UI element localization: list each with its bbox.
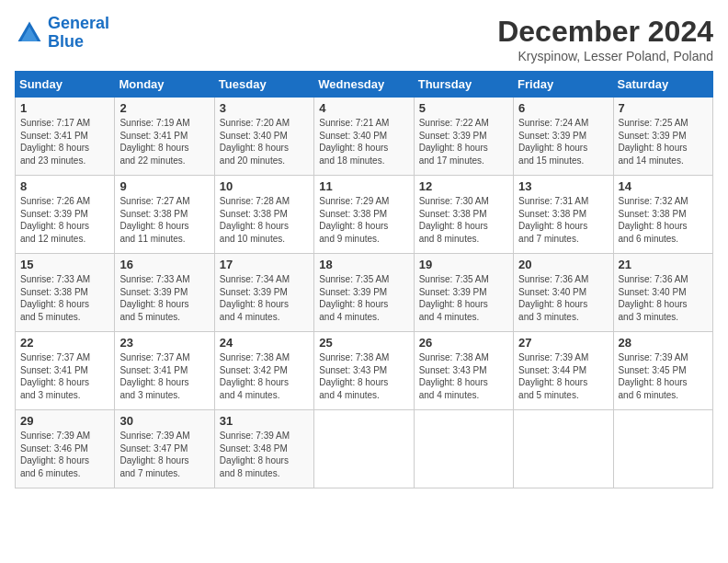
day-number: 13 xyxy=(518,179,608,193)
day-number: 29 xyxy=(20,414,109,428)
day-number: 24 xyxy=(220,336,309,350)
calendar-day-cell: 24Sunrise: 7:38 AM Sunset: 3:42 PM Dayli… xyxy=(214,332,313,410)
calendar-day-cell: 29Sunrise: 7:39 AM Sunset: 3:46 PM Dayli… xyxy=(16,410,115,488)
day-number: 5 xyxy=(419,101,508,115)
day-number: 11 xyxy=(319,179,408,193)
day-number: 6 xyxy=(518,101,608,115)
page-header: General Blue December 2024 Kryspinow, Le… xyxy=(15,15,713,63)
day-info: Sunrise: 7:39 AM Sunset: 3:44 PM Dayligh… xyxy=(518,351,608,401)
calendar-day-cell: 12Sunrise: 7:30 AM Sunset: 3:38 PM Dayli… xyxy=(414,176,513,254)
day-number: 18 xyxy=(319,258,408,271)
day-info: Sunrise: 7:26 AM Sunset: 3:39 PM Dayligh… xyxy=(20,195,109,245)
day-number: 4 xyxy=(319,101,408,115)
day-info: Sunrise: 7:32 AM Sunset: 3:38 PM Dayligh… xyxy=(619,195,708,245)
calendar-day-cell: 19Sunrise: 7:35 AM Sunset: 3:39 PM Dayli… xyxy=(414,254,513,332)
day-number: 23 xyxy=(119,336,209,350)
calendar-day-cell: 17Sunrise: 7:34 AM Sunset: 3:39 PM Dayli… xyxy=(214,254,313,332)
logo-line2: Blue xyxy=(48,32,84,51)
day-number: 7 xyxy=(619,101,708,115)
day-info: Sunrise: 7:39 AM Sunset: 3:48 PM Dayligh… xyxy=(220,430,309,479)
calendar-day-cell xyxy=(613,410,712,488)
day-info: Sunrise: 7:31 AM Sunset: 3:38 PM Dayligh… xyxy=(518,195,608,245)
day-info: Sunrise: 7:38 AM Sunset: 3:42 PM Dayligh… xyxy=(220,351,309,401)
day-number: 9 xyxy=(119,179,209,193)
day-info: Sunrise: 7:39 AM Sunset: 3:46 PM Dayligh… xyxy=(20,430,109,479)
day-info: Sunrise: 7:19 AM Sunset: 3:41 PM Dayligh… xyxy=(119,117,209,167)
day-info: Sunrise: 7:22 AM Sunset: 3:39 PM Dayligh… xyxy=(419,117,508,167)
title-block: December 2024 Kryspinow, Lesser Poland, … xyxy=(497,15,713,63)
day-info: Sunrise: 7:35 AM Sunset: 3:39 PM Dayligh… xyxy=(319,273,408,323)
day-number: 21 xyxy=(619,258,708,271)
day-info: Sunrise: 7:25 AM Sunset: 3:39 PM Dayligh… xyxy=(619,117,708,167)
calendar-day-cell: 15Sunrise: 7:33 AM Sunset: 3:38 PM Dayli… xyxy=(16,254,115,332)
logo-icon xyxy=(15,18,44,48)
calendar-day-cell: 23Sunrise: 7:37 AM Sunset: 3:41 PM Dayli… xyxy=(115,332,214,410)
calendar-day-cell: 20Sunrise: 7:36 AM Sunset: 3:40 PM Dayli… xyxy=(514,254,613,332)
day-info: Sunrise: 7:29 AM Sunset: 3:38 PM Dayligh… xyxy=(319,195,408,245)
day-number: 26 xyxy=(419,336,508,350)
day-number: 25 xyxy=(319,336,408,350)
calendar-day-cell: 27Sunrise: 7:39 AM Sunset: 3:44 PM Dayli… xyxy=(514,332,613,410)
calendar-day-cell: 28Sunrise: 7:39 AM Sunset: 3:45 PM Dayli… xyxy=(613,332,712,410)
calendar-day-cell xyxy=(414,410,513,488)
calendar-day-cell: 6Sunrise: 7:24 AM Sunset: 3:39 PM Daylig… xyxy=(514,98,613,176)
calendar-week-row: 29Sunrise: 7:39 AM Sunset: 3:46 PM Dayli… xyxy=(16,410,713,488)
weekday-header-row: SundayMondayTuesdayWednesdayThursdayFrid… xyxy=(16,72,713,98)
month-title: December 2024 xyxy=(497,15,713,49)
logo-text: General Blue xyxy=(48,15,109,52)
weekday-header: Wednesday xyxy=(314,72,414,98)
day-info: Sunrise: 7:37 AM Sunset: 3:41 PM Dayligh… xyxy=(20,351,109,401)
calendar-day-cell: 22Sunrise: 7:37 AM Sunset: 3:41 PM Dayli… xyxy=(16,332,115,410)
day-number: 16 xyxy=(119,258,209,271)
calendar-day-cell: 11Sunrise: 7:29 AM Sunset: 3:38 PM Dayli… xyxy=(314,176,414,254)
calendar-day-cell: 3Sunrise: 7:20 AM Sunset: 3:40 PM Daylig… xyxy=(214,98,313,176)
calendar-day-cell: 7Sunrise: 7:25 AM Sunset: 3:39 PM Daylig… xyxy=(613,98,712,176)
day-number: 20 xyxy=(518,258,608,271)
calendar-day-cell: 14Sunrise: 7:32 AM Sunset: 3:38 PM Dayli… xyxy=(613,176,712,254)
weekday-header: Sunday xyxy=(16,72,115,98)
day-number: 27 xyxy=(518,336,608,350)
day-info: Sunrise: 7:39 AM Sunset: 3:45 PM Dayligh… xyxy=(619,351,708,401)
day-info: Sunrise: 7:33 AM Sunset: 3:39 PM Dayligh… xyxy=(119,273,209,323)
calendar-day-cell: 18Sunrise: 7:35 AM Sunset: 3:39 PM Dayli… xyxy=(314,254,414,332)
calendar-day-cell: 10Sunrise: 7:28 AM Sunset: 3:38 PM Dayli… xyxy=(214,176,313,254)
calendar-week-row: 22Sunrise: 7:37 AM Sunset: 3:41 PM Dayli… xyxy=(16,332,713,410)
day-info: Sunrise: 7:34 AM Sunset: 3:39 PM Dayligh… xyxy=(220,273,309,323)
calendar-table: SundayMondayTuesdayWednesdayThursdayFrid… xyxy=(15,71,713,488)
calendar-week-row: 1Sunrise: 7:17 AM Sunset: 3:41 PM Daylig… xyxy=(16,98,713,176)
location: Kryspinow, Lesser Poland, Poland xyxy=(497,49,713,63)
calendar-day-cell: 1Sunrise: 7:17 AM Sunset: 3:41 PM Daylig… xyxy=(16,98,115,176)
weekday-header: Thursday xyxy=(414,72,513,98)
calendar-day-cell: 21Sunrise: 7:36 AM Sunset: 3:40 PM Dayli… xyxy=(613,254,712,332)
day-number: 17 xyxy=(220,258,309,271)
calendar-day-cell xyxy=(314,410,414,488)
day-info: Sunrise: 7:36 AM Sunset: 3:40 PM Dayligh… xyxy=(619,273,708,323)
day-info: Sunrise: 7:33 AM Sunset: 3:38 PM Dayligh… xyxy=(20,273,109,323)
day-number: 3 xyxy=(220,101,309,115)
calendar-week-row: 8Sunrise: 7:26 AM Sunset: 3:39 PM Daylig… xyxy=(16,176,713,254)
calendar-day-cell: 8Sunrise: 7:26 AM Sunset: 3:39 PM Daylig… xyxy=(16,176,115,254)
day-number: 15 xyxy=(20,258,109,271)
day-info: Sunrise: 7:36 AM Sunset: 3:40 PM Dayligh… xyxy=(518,273,608,323)
day-info: Sunrise: 7:37 AM Sunset: 3:41 PM Dayligh… xyxy=(119,351,209,401)
calendar-day-cell: 9Sunrise: 7:27 AM Sunset: 3:38 PM Daylig… xyxy=(115,176,214,254)
calendar-day-cell: 4Sunrise: 7:21 AM Sunset: 3:40 PM Daylig… xyxy=(314,98,414,176)
day-info: Sunrise: 7:27 AM Sunset: 3:38 PM Dayligh… xyxy=(119,195,209,245)
day-number: 14 xyxy=(619,179,708,193)
weekday-header: Friday xyxy=(514,72,613,98)
day-info: Sunrise: 7:38 AM Sunset: 3:43 PM Dayligh… xyxy=(419,351,508,401)
day-info: Sunrise: 7:28 AM Sunset: 3:38 PM Dayligh… xyxy=(220,195,309,245)
calendar-day-cell: 25Sunrise: 7:38 AM Sunset: 3:43 PM Dayli… xyxy=(314,332,414,410)
calendar-day-cell: 5Sunrise: 7:22 AM Sunset: 3:39 PM Daylig… xyxy=(414,98,513,176)
calendar-week-row: 15Sunrise: 7:33 AM Sunset: 3:38 PM Dayli… xyxy=(16,254,713,332)
calendar-day-cell: 13Sunrise: 7:31 AM Sunset: 3:38 PM Dayli… xyxy=(514,176,613,254)
calendar-day-cell: 31Sunrise: 7:39 AM Sunset: 3:48 PM Dayli… xyxy=(214,410,313,488)
calendar-day-cell: 16Sunrise: 7:33 AM Sunset: 3:39 PM Dayli… xyxy=(115,254,214,332)
day-info: Sunrise: 7:35 AM Sunset: 3:39 PM Dayligh… xyxy=(419,273,508,323)
calendar-day-cell: 30Sunrise: 7:39 AM Sunset: 3:47 PM Dayli… xyxy=(115,410,214,488)
day-number: 10 xyxy=(220,179,309,193)
day-info: Sunrise: 7:39 AM Sunset: 3:47 PM Dayligh… xyxy=(119,430,209,479)
day-number: 28 xyxy=(619,336,708,350)
weekday-header: Saturday xyxy=(613,72,712,98)
day-number: 31 xyxy=(220,414,309,428)
